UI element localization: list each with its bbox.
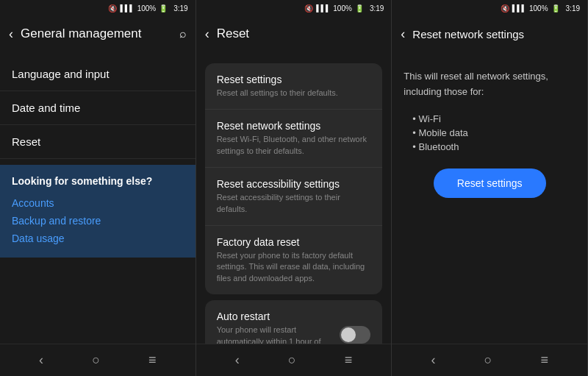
page-title-1: General management: [21, 26, 172, 41]
battery-icon-3: 🔋: [551, 4, 560, 13]
time-3: 3:19: [566, 4, 580, 13]
panel-reset: 🔇 ▌▌▌ 100% 🔋 3:19 ‹ Reset Reset settings…: [196, 0, 392, 376]
nav-recents-3[interactable]: ≡: [534, 347, 554, 374]
battery-text-1: 100%: [137, 4, 157, 13]
mute-icon-3: 🔇: [501, 4, 509, 13]
reset-settings-item[interactable]: Reset settings Reset all settings to the…: [205, 63, 383, 110]
signal-icon: ▌▌▌: [120, 4, 134, 12]
bullet-bluetooth: • Bluetooth: [392, 140, 587, 154]
bottom-nav-1: ‹ ○ ≡: [0, 344, 196, 376]
reset-network-item[interactable]: Reset network settings Reset Wi-Fi, Blue…: [205, 110, 383, 168]
link-accounts[interactable]: Accounts: [12, 194, 184, 212]
looking-title: Looking for something else?: [12, 175, 184, 187]
reset-options-card: Reset settings Reset all settings to the…: [205, 63, 383, 294]
bullet-dot-3: •: [412, 141, 418, 152]
auto-restart-toggle[interactable]: [340, 326, 370, 344]
page-title-3: Reset network settings: [412, 28, 578, 40]
bullet-wifi: • Wi-Fi: [392, 112, 587, 126]
content-3: This will reset all network settings, in…: [392, 52, 587, 344]
battery-icon-1: 🔋: [159, 4, 168, 13]
back-button-2[interactable]: ‹: [205, 26, 209, 42]
panel-reset-network: 🔇 ▌▌▌ 100% 🔋 3:19 ‹ Reset network settin…: [392, 0, 588, 376]
toggle-knob: [341, 327, 356, 342]
reset-accessibility-item[interactable]: Reset accessibility settings Reset acces…: [205, 168, 383, 226]
auto-restart-card: Auto restart Your phone will restart aut…: [205, 300, 383, 344]
auto-restart-text: Auto restart Your phone will restart aut…: [217, 311, 334, 344]
bullet-dot-2: •: [412, 127, 418, 138]
reset-settings-button[interactable]: Reset settings: [434, 169, 546, 198]
bullet-list: • Wi-Fi • Mobile data • Bluetooth: [392, 112, 587, 154]
factory-reset-item[interactable]: Factory data reset Reset your phone to i…: [205, 226, 383, 294]
bullet-mobiledata: • Mobile data: [392, 126, 587, 140]
time-2: 3:19: [370, 4, 384, 13]
panel-general-management: 🔇 ▌▌▌ 100% 🔋 3:19 ‹ General management ⌕…: [0, 0, 196, 376]
header-reset-network: ‹ Reset network settings: [392, 16, 587, 52]
nav-recents-1[interactable]: ≡: [143, 347, 162, 374]
menu-item-datetime[interactable]: Date and time: [0, 91, 196, 125]
menu-item-reset[interactable]: Reset: [0, 125, 196, 159]
battery-icon-2: 🔋: [355, 4, 364, 13]
page-title-2: Reset: [217, 26, 383, 41]
bottom-nav-2: ‹ ○ ≡: [196, 344, 392, 376]
status-bar-1: 🔇 ▌▌▌ 100% 🔋 3:19: [0, 0, 196, 16]
mute-icon: 🔇: [108, 4, 117, 13]
link-backup[interactable]: Backup and restore: [12, 212, 184, 230]
looking-section: Looking for something else? Accounts Bac…: [0, 165, 196, 258]
nav-home-3[interactable]: ○: [478, 347, 498, 374]
nav-back-3[interactable]: ‹: [425, 347, 441, 374]
battery-text-3: 100%: [529, 4, 548, 13]
back-button-1[interactable]: ‹: [9, 26, 13, 42]
status-bar-3: 🔇 ▌▌▌ 100% 🔋 3:19: [392, 0, 587, 16]
content-1: Language and input Date and time Reset L…: [0, 52, 196, 344]
nav-home-2[interactable]: ○: [282, 347, 302, 374]
header-general-management: ‹ General management ⌕: [0, 16, 196, 52]
nav-home-1[interactable]: ○: [86, 347, 106, 374]
header-reset: ‹ Reset: [196, 16, 392, 52]
content-2: Reset settings Reset all settings to the…: [196, 52, 392, 344]
signal-icon-3: ▌▌▌: [512, 4, 526, 12]
nav-back-1[interactable]: ‹: [33, 347, 49, 374]
link-datausage[interactable]: Data usage: [12, 230, 184, 247]
back-button-3[interactable]: ‹: [401, 26, 405, 42]
status-bar-2: 🔇 ▌▌▌ 100% 🔋 3:19: [196, 0, 392, 16]
signal-icon-2: ▌▌▌: [316, 4, 330, 12]
network-reset-info: This will reset all network settings, in…: [392, 57, 587, 112]
time-1: 3:19: [173, 4, 187, 13]
menu-item-language[interactable]: Language and input: [0, 57, 196, 91]
battery-text-2: 100%: [333, 4, 352, 13]
search-button-1[interactable]: ⌕: [179, 27, 187, 40]
nav-back-2[interactable]: ‹: [229, 347, 245, 374]
nav-recents-2[interactable]: ≡: [339, 347, 359, 374]
bottom-nav-3: ‹ ○ ≡: [392, 344, 587, 376]
mute-icon-2: 🔇: [304, 4, 313, 13]
bullet-dot-1: •: [412, 113, 418, 124]
auto-restart-row: Auto restart Your phone will restart aut…: [217, 311, 371, 344]
